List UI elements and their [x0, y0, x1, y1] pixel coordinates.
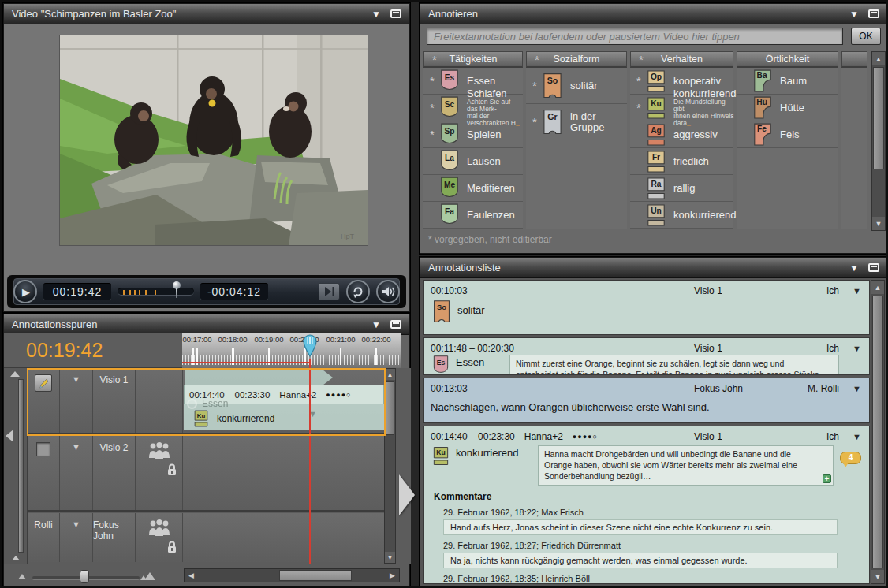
scroll-up-button[interactable]: ▲ [385, 369, 395, 380]
panel-menu-icon[interactable]: ▼ [371, 319, 381, 330]
entry-badge: So [432, 300, 451, 324]
track-timeline-visio2[interactable] [183, 436, 384, 510]
category-item-schlafen[interactable]: * Sc Schlafen Achten Sie auf das Merk-ma… [423, 95, 523, 121]
zoom-slider-handle[interactable] [80, 570, 89, 583]
column-verhalten: *Verhalten * Op kooperativ * Ku konkurri… [630, 51, 733, 229]
category-item-in-der-gruppe[interactable]: * Gr in der Gruppe [526, 104, 627, 140]
annotation-entry-3[interactable]: 00:13:03 Fokus John M. Rolli ▼ Nachschla… [423, 378, 870, 423]
annotation-entry-1[interactable]: 00:10:03 Visio 1 Ich ▼ So solitär [423, 280, 870, 335]
entry-track: Visio 1 [694, 343, 795, 354]
timeline-horizontal-scrollbar[interactable]: ◀ ▶ [184, 568, 400, 582]
tracks-vertical-scrollbar[interactable]: ▲ ▼ [384, 368, 396, 564]
category-item-solitaer[interactable]: * So solitär [526, 68, 627, 104]
comment-text: Hand aufs Herz, Jonas scheint in dieser … [443, 519, 838, 535]
current-time-display: 00:19:42 [4, 333, 182, 368]
minimize-icon[interactable] [390, 9, 401, 18]
scroll-up-button[interactable]: ▲ [872, 52, 885, 65]
video-frame: HpT [60, 35, 368, 245]
entry-dropdown-icon[interactable]: ▼ [849, 384, 861, 393]
comment-count-bubble[interactable]: 4 [840, 452, 861, 464]
svg-text:Hü: Hü [756, 98, 767, 106]
zoom-in-icon[interactable] [144, 572, 155, 580]
category-item-baum[interactable]: Ba Baum [737, 68, 838, 95]
category-badge: Ku [646, 95, 666, 121]
annotate-panel-header: Annotieren ▼ [420, 4, 887, 24]
scrollbar-thumb[interactable] [872, 296, 883, 568]
scroll-down-button[interactable]: ▼ [385, 552, 395, 563]
loop-button[interactable] [346, 280, 370, 303]
panel-menu-icon[interactable]: ▼ [849, 262, 859, 274]
annotation-segment-body[interactable]: Essen Ku konkurrierend ▼ [184, 404, 384, 430]
minimize-icon[interactable] [390, 320, 401, 329]
freetext-annotation-input[interactable] [427, 28, 843, 45]
entry-time: 00:11:48 – 00:20:30 [431, 343, 514, 354]
category-item-meditieren[interactable]: Me Meditieren [423, 175, 523, 202]
scroll-down-button[interactable]: ▼ [871, 570, 884, 583]
track-row-visio1[interactable]: ▼ Visio 1 00:14:40 – 00:23:30 Hanna+2 ●●… [28, 368, 384, 434]
annotation-entry-2[interactable]: 00:11:48 – 00:20:30 Visio 1 Ich ▼ Es Ess… [423, 337, 870, 375]
category-item-faulenzen[interactable]: Fa Faulenzen [423, 202, 523, 229]
scrollbar-thumb[interactable] [873, 67, 884, 169]
category-item-fels[interactable]: Fe Fels [737, 121, 838, 148]
list-scrollbar[interactable]: ▲ ▼ [871, 280, 885, 584]
volume-button[interactable] [376, 280, 400, 303]
scroll-right-button[interactable]: ▶ [386, 569, 399, 582]
minimize-icon[interactable] [868, 263, 879, 272]
edit-track-button[interactable] [35, 374, 52, 392]
zoom-out-icon[interactable] [18, 574, 26, 579]
play-icon: ▶ [22, 287, 30, 297]
track-dropdown-icon[interactable]: ▼ [72, 374, 80, 384]
category-item-konkurrierend-un[interactable]: Un konkurrierend [630, 202, 733, 229]
scrollbar-thumb[interactable] [279, 570, 352, 581]
track-dropdown-icon[interactable]: ▼ [72, 519, 80, 529]
seek-slider[interactable] [118, 288, 194, 296]
track-timeline-fokus-john[interactable] [183, 513, 384, 562]
expand-text-button[interactable]: + [823, 474, 831, 483]
category-badge: Fr [646, 149, 666, 174]
category-item-huette[interactable]: Hü Hütte [737, 95, 838, 121]
annotate-scrollbar[interactable]: ▲ ▼ [871, 51, 886, 231]
category-item-konkurrierend[interactable]: * Ku konkurrierend Die Mundstellung gibt… [630, 95, 733, 121]
entry-dropdown-icon[interactable]: ▼ [849, 432, 861, 441]
annotation-entry-4[interactable]: 00:14:40 – 00:23:30 Hanna+2 ●●●●○ Visio … [423, 426, 870, 584]
next-marker-button[interactable] [319, 283, 340, 300]
play-button[interactable]: ▶ [13, 280, 37, 303]
panel-menu-icon[interactable]: ▼ [371, 9, 381, 20]
track-dropdown-icon[interactable]: ▼ [72, 442, 80, 452]
playhead-pin[interactable] [301, 333, 319, 357]
lock-icon[interactable] [166, 463, 177, 476]
collapse-left-icon[interactable] [6, 430, 13, 442]
scroll-up-small-icon[interactable] [12, 556, 20, 560]
category-badge: Op [646, 69, 666, 94]
entry-dropdown-icon[interactable]: ▼ [849, 344, 861, 353]
track-row-visio2[interactable]: ▼ Visio 2 [28, 436, 384, 512]
scroll-up-button[interactable]: ▲ [871, 281, 884, 294]
minimize-icon[interactable] [868, 9, 879, 18]
track-row-fokus-john[interactable]: Rolli ▼ Fokus John [28, 513, 384, 562]
scrollbar-thumb[interactable] [386, 381, 394, 435]
panel-expander-arrow[interactable] [399, 474, 415, 515]
marker-tick [155, 290, 156, 295]
category-badge: Sc [439, 95, 460, 121]
ok-button[interactable]: OK [851, 28, 881, 45]
lock-icon[interactable] [166, 540, 177, 553]
category-item-lausen[interactable]: La Lausen [423, 148, 523, 175]
scroll-down-button[interactable]: ▼ [872, 217, 885, 230]
entry-text-box[interactable]: Hanna macht Drohgebärden und will unbedi… [538, 445, 834, 486]
entry-author: Ich [804, 285, 839, 296]
entry-text-box[interactable]: Nimmt zuerst eine Orange, beginnt sie zu… [509, 355, 839, 375]
scroll-up-icon[interactable] [10, 371, 20, 377]
scroll-left-button[interactable]: ◀ [185, 569, 198, 582]
panel-menu-icon[interactable]: ▼ [849, 9, 859, 20]
track-timeline-visio1[interactable]: 00:14:40 – 00:23:30 Hanna+2 ●●●●○ Essen [183, 368, 384, 433]
side-scroll-groove[interactable] [18, 379, 24, 553]
video-panel-title: Video "Schimpanzen im Basler Zoo" [12, 8, 176, 20]
category-item-rallig[interactable]: Ra rallig [630, 175, 733, 202]
entry-dropdown-icon[interactable]: ▼ [849, 286, 861, 296]
column-header: *Sozialform [526, 51, 627, 68]
seek-pin[interactable] [171, 281, 182, 299]
preset-marker: * [427, 128, 438, 140]
category-item-friedlich[interactable]: Fr friedlich [630, 148, 733, 175]
track-checkbox[interactable] [36, 442, 50, 456]
entry-label: Essen [456, 355, 503, 368]
